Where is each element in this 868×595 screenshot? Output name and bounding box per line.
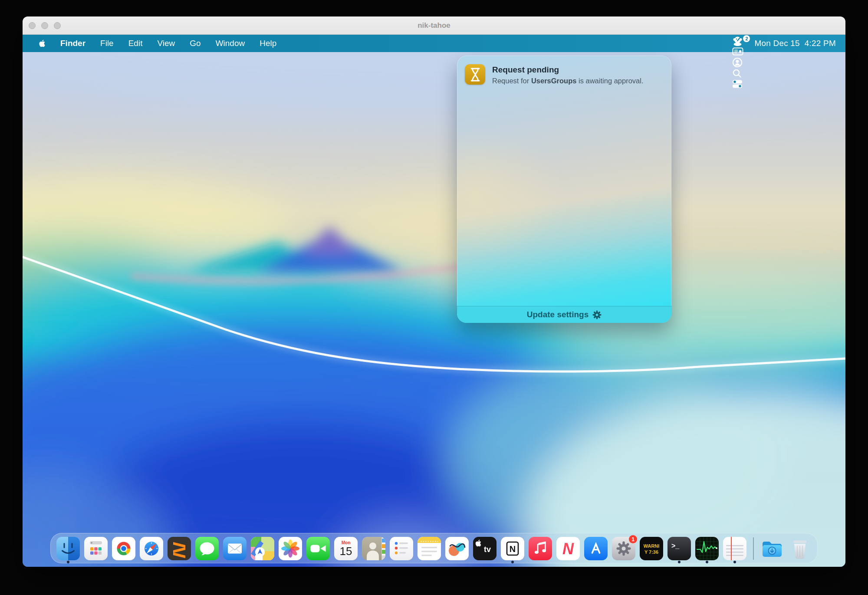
menu-bar: FinderFileEditViewGoWindowHelp N 2: [23, 35, 845, 52]
screen: { "window": { "title": "nik-tahoe" }, "m…: [0, 0, 868, 595]
notification-body-suffix: is awaiting approval.: [576, 77, 643, 85]
svg-text:>_: >_: [671, 542, 680, 549]
app-menus: FinderFileEditViewGoWindowHelp: [53, 35, 284, 52]
calendar-icon: Mon 15: [334, 536, 358, 561]
menu-help[interactable]: Help: [252, 39, 284, 48]
dock-item-finder[interactable]: [56, 536, 80, 563]
terminal-running-indicator: [678, 561, 681, 563]
window-titlebar[interactable]: nik-tahoe: [23, 16, 845, 35]
notes-icon: [417, 536, 441, 561]
terminal-icon: >_: [667, 536, 691, 561]
finder-icon: [56, 536, 80, 561]
menubar-assistant-badge: 2: [743, 35, 750, 42]
dock-item-messages[interactable]: [195, 536, 219, 563]
update-settings-label: Update settings: [527, 310, 589, 319]
dock-divider: [753, 537, 754, 560]
facetime-icon: [306, 536, 330, 561]
dock-item-settings[interactable]: 1: [612, 536, 636, 563]
notification-body-bold: UsersGroups: [531, 77, 577, 85]
menu-bar-left: FinderFileEditViewGoWindowHelp: [23, 35, 284, 52]
apple-menu[interactable]: [31, 35, 53, 52]
dock-item-safari[interactable]: [139, 536, 164, 563]
dock-item-activity[interactable]: [695, 536, 719, 563]
sublime-icon: [167, 536, 191, 561]
menubar-input-switcher-icon[interactable]: [727, 46, 751, 57]
svg-text:tv: tv: [484, 545, 491, 554]
menu-go[interactable]: Go: [182, 39, 208, 48]
textedit-running-indicator: [733, 561, 736, 563]
dock-item-facetime[interactable]: [306, 536, 330, 563]
music-icon: [528, 536, 552, 561]
svg-text:N: N: [510, 544, 516, 554]
notification-header: Request pending Request for UsersGroups …: [465, 64, 665, 85]
svg-text:Mon: Mon: [342, 540, 351, 545]
activity-running-indicator: [706, 561, 708, 563]
svg-text:15: 15: [340, 545, 352, 558]
menubar-control-center-icon[interactable]: [727, 79, 751, 89]
apple-icon: [37, 39, 47, 48]
news-icon: N: [556, 536, 580, 561]
dock-item-chrome[interactable]: [112, 536, 136, 563]
hourglass-tile: [465, 64, 485, 85]
notification-panel[interactable]: Request pending Request for UsersGroups …: [457, 56, 671, 323]
messages-icon: [195, 536, 219, 561]
dock-item-downloads[interactable]: [760, 536, 784, 563]
dock-item-appletv[interactable]: tv: [473, 536, 497, 563]
dock-item-reminders[interactable]: [389, 536, 414, 563]
trash-icon: [788, 536, 812, 561]
dock-item-textedit[interactable]: [723, 536, 747, 563]
hourglass-icon: [469, 67, 482, 82]
menu-finder[interactable]: Finder: [53, 39, 93, 48]
menu-file[interactable]: File: [93, 39, 121, 48]
update-settings-button[interactable]: Update settings: [457, 306, 671, 323]
notification-body: Request for UsersGroups is awaiting appr…: [492, 77, 644, 85]
dock-item-sublime[interactable]: [167, 536, 191, 563]
textedit-icon: [723, 536, 747, 561]
svg-text:Y 7:36: Y 7:36: [644, 549, 658, 555]
dock-item-news[interactable]: N: [556, 536, 580, 563]
dock-item-trash[interactable]: [788, 536, 812, 563]
dock-item-maps[interactable]: [250, 536, 275, 563]
dock-item-appstore[interactable]: [584, 536, 608, 563]
menubar-user-account-icon[interactable]: [727, 57, 751, 68]
dock-item-contacts[interactable]: [362, 536, 386, 563]
menubar-assistant-icon[interactable]: 2: [727, 35, 751, 46]
menu-bar-right: N 2 Mon Dec 15 4:22 PM: [727, 35, 845, 52]
dock-item-mail[interactable]: [223, 536, 247, 563]
wallpaper: [23, 35, 845, 567]
dock-item-calendar[interactable]: Mon 15: [334, 536, 358, 563]
activity-icon: [695, 536, 719, 561]
svg-text:N: N: [562, 540, 574, 558]
dock-item-monitor[interactable]: WARNI Y 7:36: [639, 536, 664, 563]
dock-item-launchpad[interactable]: [84, 536, 108, 563]
menubar-spotlight-icon[interactable]: [727, 68, 751, 79]
menu-edit[interactable]: Edit: [121, 39, 150, 48]
downloads-icon: [760, 536, 784, 561]
settings-badge: 1: [629, 535, 637, 543]
dock-item-terminal[interactable]: >_: [667, 536, 691, 563]
monitor-icon: WARNI Y 7:36: [639, 536, 664, 561]
dock-item-music[interactable]: [528, 536, 552, 563]
window-title: nik-tahoe: [23, 16, 845, 34]
dock-item-freeform[interactable]: [445, 536, 469, 563]
notification-texts: Request pending Request for UsersGroups …: [492, 64, 644, 85]
mail-icon: [223, 536, 247, 561]
reminders-icon: [389, 536, 414, 561]
dock-item-notion[interactable]: N: [500, 536, 525, 563]
contacts-icon: [362, 536, 386, 561]
maps-icon: [250, 536, 275, 561]
photos-icon: [278, 536, 302, 561]
dock-item-notes[interactable]: [417, 536, 441, 563]
menu-view[interactable]: View: [150, 39, 182, 48]
menu-bar-clock[interactable]: Mon Dec 15 4:22 PM: [754, 39, 836, 48]
launchpad-icon: [84, 536, 108, 561]
notification-title: Request pending: [492, 65, 644, 75]
dock-item-photos[interactable]: [278, 536, 302, 563]
svg-text:WARNI: WARNI: [644, 543, 660, 549]
appletv-icon: tv: [473, 536, 497, 561]
safari-icon: [139, 536, 164, 561]
desktop: FinderFileEditViewGoWindowHelp N 2: [23, 35, 845, 567]
freeform-icon: [445, 536, 469, 561]
menu-window[interactable]: Window: [208, 39, 253, 48]
notification-body-prefix: Request for: [492, 77, 531, 85]
